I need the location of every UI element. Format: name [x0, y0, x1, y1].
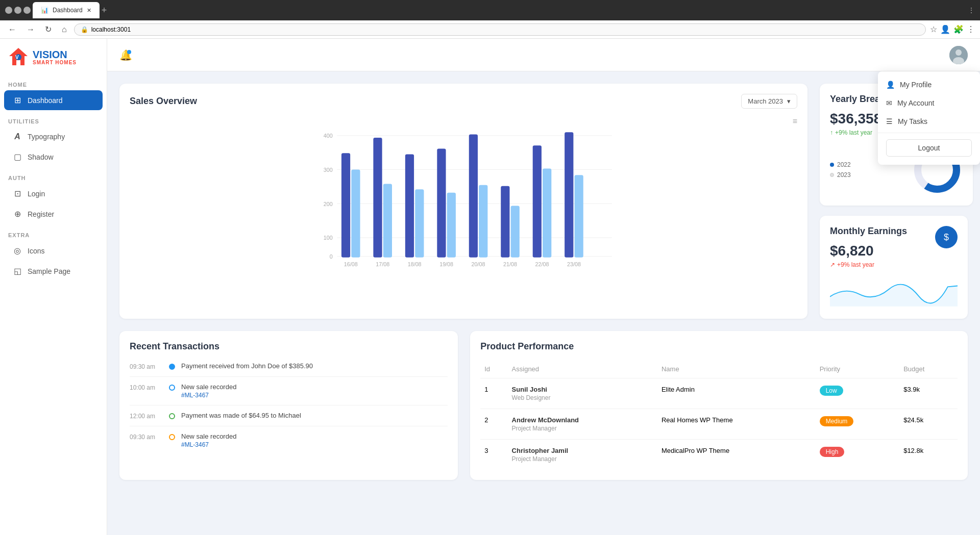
row3-assigned: Christopher Jamil Project Manager: [508, 440, 657, 470]
svg-rect-31: [575, 175, 583, 258]
active-tab[interactable]: 📊 Dashboard ✕: [33, 2, 100, 18]
tx-desc-4: New sale recorded: [181, 432, 236, 440]
row2-priority: Medium: [816, 409, 900, 440]
legend-2023: 2023: [830, 171, 851, 179]
svg-text:200: 200: [324, 201, 333, 207]
avatar[interactable]: [949, 46, 968, 64]
col-id: Id: [480, 360, 507, 378]
typography-label: Typography: [28, 133, 65, 141]
dropdown-item-my-account[interactable]: ✉ My Account: [878, 94, 980, 112]
sidebar-item-sample-page[interactable]: ◱ Sample Page: [4, 261, 103, 281]
section-home-label: HOME: [0, 78, 107, 90]
notification-bell-btn[interactable]: 🔔: [119, 49, 132, 61]
recent-transactions-card: Recent Transactions 09:30 am Payment rec…: [119, 331, 458, 480]
tx-desc-2: New sale recorded: [181, 383, 236, 391]
url-text: localhost:3001: [91, 26, 131, 33]
notification-dot: [127, 50, 131, 54]
date-selector[interactable]: March 2023 ▾: [741, 94, 797, 109]
url-bar[interactable]: 🔒 localhost:3001: [74, 23, 926, 36]
register-label: Register: [28, 210, 54, 218]
tab-title: Dashboard: [53, 7, 83, 14]
row1-id: 1: [480, 378, 507, 409]
tab-bar: 📊 Dashboard ✕ +: [5, 2, 964, 18]
transaction-item-2: 10:00 am New sale recorded #ML-3467: [130, 377, 448, 405]
browser-menu-btn[interactable]: ⋮: [968, 6, 975, 14]
bookmark-icon[interactable]: ☆: [930, 24, 937, 34]
sidebar-logo: V VISION SMART HOMES: [0, 47, 107, 78]
svg-text:300: 300: [324, 167, 333, 173]
back-btn[interactable]: ←: [5, 24, 19, 35]
row3-budget: $12.8k: [899, 440, 958, 470]
sidebar-section-utilities: UTILITIES A Typography ▢ Shadow: [0, 114, 107, 167]
register-icon: ⊕: [12, 209, 22, 219]
bottom-row: Recent Transactions 09:30 am Payment rec…: [119, 331, 968, 480]
svg-point-4: [955, 49, 962, 56]
new-tab-btn[interactable]: +: [102, 5, 107, 16]
home-btn[interactable]: ⌂: [59, 24, 70, 35]
win-close-btn[interactable]: [5, 7, 12, 14]
typography-icon: A: [12, 132, 22, 141]
row1-assigned: Sunil Joshi Web Designer: [508, 378, 657, 409]
extensions-icon[interactable]: 🧩: [953, 24, 964, 34]
col-priority: Priority: [816, 360, 900, 378]
svg-rect-17: [351, 170, 360, 258]
browser-chrome: 📊 Dashboard ✕ + ⋮: [0, 0, 980, 20]
svg-text:20/08: 20/08: [472, 261, 485, 267]
my-account-label: My Account: [897, 99, 934, 107]
main-content: Sales Overview March 2023 ▾ ≡: [107, 71, 980, 535]
navigation-bar: ← → ↻ ⌂ 🔒 localhost:3001 ☆ 👤 🧩 ⋮: [0, 20, 980, 39]
chart-menu-icon[interactable]: ≡: [793, 117, 797, 126]
col-budget: Budget: [899, 360, 958, 378]
svg-rect-18: [373, 138, 382, 258]
row2-assigned-role: Project Manager: [512, 425, 653, 432]
row3-priority: High: [816, 440, 900, 470]
row1-assigned-name: Sunil Joshi: [512, 386, 653, 393]
monthly-earnings-icon: $: [935, 226, 958, 248]
login-icon: ⊡: [12, 189, 22, 198]
sidebar-item-login[interactable]: ⊡ Login: [4, 184, 103, 203]
row2-priority-badge: Medium: [820, 416, 854, 426]
svg-rect-21: [415, 189, 424, 258]
account-icon: ✉: [886, 99, 892, 107]
logo-vision-text: VISION: [33, 49, 77, 60]
transaction-item-3: 12:00 am Payment was made of $64.95 to M…: [130, 405, 448, 426]
sidebar-item-typography[interactable]: A Typography: [4, 127, 103, 146]
sidebar-item-register[interactable]: ⊕ Register: [4, 204, 103, 224]
reload-btn[interactable]: ↻: [42, 23, 55, 35]
tasks-icon: ☰: [886, 117, 893, 125]
forward-btn[interactable]: →: [23, 24, 38, 35]
main-inner: Sales Overview March 2023 ▾ ≡: [107, 71, 980, 492]
more-icon[interactable]: ⋮: [967, 24, 975, 34]
monthly-earnings-change: ↗ +9% last year: [830, 261, 958, 268]
svg-text:23/08: 23/08: [567, 261, 581, 267]
logout-button[interactable]: Logout: [886, 139, 972, 157]
svg-rect-30: [565, 132, 573, 258]
down-arrow-icon: ↗: [830, 261, 835, 268]
tx-link-4[interactable]: #ML-3467: [181, 441, 209, 448]
win-min-btn[interactable]: [14, 7, 21, 14]
dropdown-divider: [878, 133, 980, 133]
transaction-item-4: 09:30 am New sale recorded #ML-3467: [130, 426, 448, 454]
sidebar-item-shadow[interactable]: ▢ Shadow: [4, 147, 103, 167]
dropdown-item-my-profile[interactable]: 👤 My Profile: [878, 75, 980, 94]
section-extra-label: EXTRA: [0, 228, 107, 240]
tab-close-btn[interactable]: ✕: [87, 7, 91, 14]
tx-link-2[interactable]: #ML-3467: [181, 392, 209, 399]
tx-time-1: 09:30 am: [130, 363, 163, 370]
monthly-earnings-card: $ Monthly Earnings $6,820 ↗ +9% last yea…: [820, 216, 968, 319]
profile-icon[interactable]: 👤: [940, 24, 950, 34]
svg-text:V: V: [15, 55, 19, 60]
app-layout: V VISION SMART HOMES HOME ⊞ Dashboard UT…: [0, 39, 980, 535]
win-max-btn[interactable]: [23, 7, 31, 14]
svg-text:100: 100: [324, 235, 333, 241]
svg-rect-19: [383, 184, 392, 258]
top-row: Sales Overview March 2023 ▾ ≡: [119, 84, 968, 319]
row1-budget: $3.9k: [899, 378, 958, 409]
sidebar-item-icons[interactable]: ◎ Icons: [4, 241, 103, 261]
svg-text:18/08: 18/08: [408, 261, 422, 267]
up-arrow-icon: ↑: [830, 129, 833, 136]
dropdown-item-my-tasks[interactable]: ☰ My Tasks: [878, 112, 980, 131]
legend-dot-2022: [830, 163, 834, 167]
user-dropdown-menu: 👤 My Profile ✉ My Account ☰ My Tasks Log…: [878, 71, 980, 165]
sidebar-item-dashboard[interactable]: ⊞ Dashboard: [4, 90, 103, 110]
